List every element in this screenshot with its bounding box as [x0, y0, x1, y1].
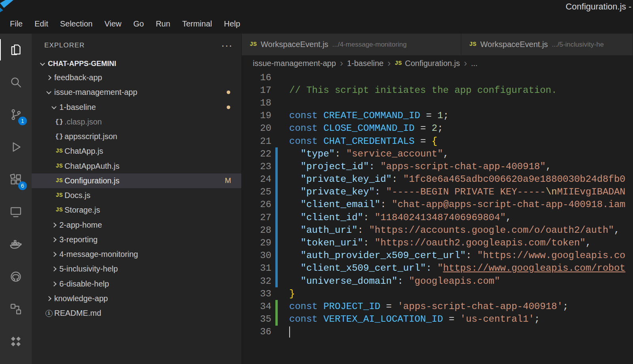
tab-workspaceevent-js-1[interactable]: JSWorkspaceEvent.js.../5-inclusivity-he — [461, 34, 633, 55]
tree-item-chatappauth-js[interactable]: JSChatAppAuth.js — [32, 159, 241, 174]
code-text: "private_key": "-----BEGIN PRIVATE KEY--… — [278, 187, 625, 197]
breadcrumb-item-issue-management-app[interactable]: issue-management-app — [253, 59, 336, 68]
code-line-27[interactable]: 27 "client_id": "118402413487406969804", — [242, 211, 633, 224]
code-line-19[interactable]: 19const CREATE_COMMAND_ID = 1; — [242, 109, 633, 122]
chevron-right-icon — [51, 237, 57, 242]
activity-remote-explorer[interactable] — [0, 196, 32, 228]
code-line-20[interactable]: 20const CLOSE_COMMAND_ID = 2; — [242, 122, 633, 135]
code-line-25[interactable]: 25 "private_key": "-----BEGIN PRIVATE KE… — [242, 186, 633, 198]
menu-view[interactable]: View — [99, 17, 127, 31]
tree-item-5-inclusivity-help[interactable]: 5-inclusivity-help — [32, 262, 241, 276]
menu-help[interactable]: Help — [218, 17, 246, 31]
activity-extensions[interactable]: 6 — [0, 163, 32, 196]
tree-item-label: 4-message-monitoring — [59, 250, 138, 259]
code-line-29[interactable]: 29 "token_uri": "https://oauth2.googleap… — [242, 236, 633, 249]
chevron-right-icon — [51, 267, 57, 272]
code-text: "type": "service_account", — [278, 149, 449, 159]
menu-run[interactable]: Run — [150, 17, 176, 31]
code-line-17[interactable]: 17// This script initiates the app confi… — [242, 84, 633, 96]
chevron-down-icon — [40, 60, 45, 66]
run-debug-icon — [9, 140, 23, 154]
tree-item-appsscript-json[interactable]: {}appsscript.json — [32, 129, 241, 144]
breadcrumb-label: 1-baseline — [347, 59, 383, 68]
json-file-icon: {} — [55, 118, 63, 126]
git-gutter — [275, 96, 278, 109]
tree-item-configuration-js[interactable]: JSConfiguration.jsM — [32, 174, 241, 188]
menu-go[interactable]: Go — [127, 17, 150, 31]
github-icon — [9, 270, 23, 283]
activity-gemini-code-assist[interactable] — [0, 325, 32, 358]
activity-explorer[interactable] — [0, 34, 32, 66]
code-line-22[interactable]: 22 "type": "service_account", — [242, 147, 633, 160]
activity-docker[interactable] — [0, 228, 32, 260]
menu-terminal[interactable]: Terminal — [176, 17, 218, 31]
tree-item-label: 1-baseline — [59, 103, 96, 112]
chevron-right-icon — [51, 223, 57, 228]
breadcrumb-item--[interactable]: ... — [471, 59, 478, 68]
tree-item-label: 3-reporting — [59, 235, 98, 244]
code-text: const CLOSE_COMMAND_ID = 2; — [278, 123, 443, 134]
tab-label: WorkspaceEvent.js — [480, 40, 548, 49]
js-file-icon: JS — [55, 177, 63, 184]
activity-search[interactable] — [0, 66, 32, 98]
menu-selection[interactable]: Selection — [54, 17, 99, 31]
tree-item-storage-js[interactable]: JSStorage.js — [32, 203, 241, 217]
menu-edit[interactable]: Edit — [28, 17, 54, 31]
code-line-26[interactable]: 26 "client_email": "chat-app@apps-script… — [242, 198, 633, 211]
code-line-34[interactable]: 34const PROJECT_ID = 'apps-script-chat-a… — [242, 300, 633, 313]
js-file-icon: JS — [250, 41, 257, 48]
code-text: "auth_uri": "https://accounts.google.com… — [278, 225, 620, 236]
chevron-right-icon — [46, 75, 51, 80]
code-line-18[interactable]: 18 — [242, 96, 633, 109]
tree-item-6-disable-help[interactable]: 6-disable-help — [32, 277, 241, 291]
line-number: 21 — [242, 136, 271, 147]
activity-run-and-debug[interactable] — [0, 131, 32, 163]
text-cursor — [289, 326, 290, 338]
breadcrumb-item-configuration-js[interactable]: JSConfiguration.js — [394, 59, 460, 68]
code-line-33[interactable]: 33} — [242, 287, 633, 300]
code-line-35[interactable]: 35const VERTEX_AI_LOCATION_ID = 'us-cent… — [242, 313, 633, 326]
code-text: "client_email": "chat-app@apps-script-ch… — [278, 199, 625, 210]
code-line-16[interactable]: 16 — [242, 71, 633, 84]
tree-item-1-baseline[interactable]: 1-baseline — [32, 100, 241, 115]
tree-item-label: 5-inclusivity-help — [59, 264, 118, 273]
code-line-21[interactable]: 21const CHAT_CREDENTIALS = { — [242, 135, 633, 147]
tab-workspaceevent-js-0[interactable]: JSWorkspaceEvent.js.../4-message-monitor… — [242, 34, 461, 55]
code-line-31[interactable]: 31 "client_x509_cert_url": "https://www.… — [242, 262, 633, 275]
tree-item-readme-md[interactable]: iREADME.md — [32, 306, 241, 321]
js-file-icon: JS — [55, 192, 63, 199]
explorer-sidebar: EXPLORER ··· CHAT-APPS-GEMINI feedback-a… — [32, 34, 241, 364]
code-line-28[interactable]: 28 "auth_uri": "https://accounts.google.… — [242, 224, 633, 236]
code-line-24[interactable]: 24 "private_key_id": "1fc8e6a465adbc0066… — [242, 173, 633, 186]
line-number: 28 — [242, 225, 271, 236]
tree-item-issue-management-app[interactable]: issue-management-app — [32, 85, 241, 100]
tree-item-knowledge-app[interactable]: knowledge-app — [32, 291, 241, 306]
workspace-name: CHAT-APPS-GEMINI — [48, 60, 116, 68]
line-number: 35 — [242, 314, 271, 324]
code-line-36[interactable]: 36 — [242, 326, 633, 338]
activity-source-control[interactable]: 1 — [0, 98, 32, 131]
menu-file[interactable]: File — [4, 17, 28, 31]
code-line-32[interactable]: 32 "universe_domain": "googleapis.com" — [242, 275, 633, 287]
more-actions-icon[interactable]: ··· — [221, 43, 233, 47]
activity-connections[interactable] — [0, 293, 32, 325]
tree-item-docs-js[interactable]: JSDocs.js — [32, 188, 241, 203]
workspace-section-header[interactable]: CHAT-APPS-GEMINI — [32, 57, 241, 70]
code-line-30[interactable]: 30 "auth_provider_x509_cert_url": "https… — [242, 249, 633, 262]
tree-item-3-reporting[interactable]: 3-reporting — [32, 232, 241, 247]
tree-item-2-app-home[interactable]: 2-app-home — [32, 218, 241, 232]
tree-item-chatapp-js[interactable]: JSChatApp.js — [32, 144, 241, 158]
activity-github[interactable] — [0, 260, 32, 293]
breadcrumb-item-1-baseline[interactable]: 1-baseline — [347, 59, 383, 68]
tree-item--clasp-json[interactable]: {}.clasp.json — [32, 115, 241, 129]
tree-item-feedback-app[interactable]: feedback-app — [32, 70, 241, 85]
remote-explorer-icon — [9, 205, 23, 219]
code-editor[interactable]: 1617// This script initiates the app con… — [242, 71, 633, 364]
tab-label: WorkspaceEvent.js — [261, 40, 328, 49]
code-line-23[interactable]: 23 "project_id": "apps-script-chat-app-4… — [242, 160, 633, 173]
tree-item-4-message-monitoring[interactable]: 4-message-monitoring — [32, 247, 241, 262]
line-number: 23 — [242, 161, 271, 172]
line-number: 16 — [242, 72, 271, 83]
js-file-icon: JS — [394, 60, 402, 67]
modified-dot-indicator — [227, 91, 230, 94]
